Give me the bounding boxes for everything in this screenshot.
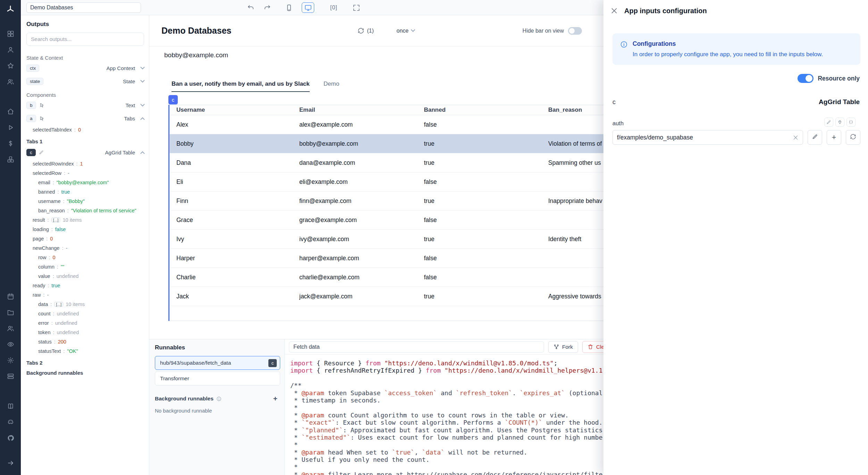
output-column[interactable]: column:"" (26, 262, 144, 271)
resource-path-input[interactable]: f/examples/demo_supabase (612, 130, 803, 145)
chevron-down-icon[interactable] (140, 102, 145, 107)
table-row[interactable]: Gracegrace@example.comfalse (170, 211, 603, 230)
hide-bar-toggle[interactable] (568, 27, 582, 35)
grid-icon[interactable] (0, 26, 21, 42)
expand-icon[interactable] (353, 4, 360, 11)
resource-only-toggle[interactable] (798, 74, 813, 83)
column-header[interactable]: Username (170, 107, 299, 113)
output-ready[interactable]: ready:true (26, 281, 144, 290)
chevron-up-icon[interactable] (140, 151, 145, 155)
output-banned[interactable]: banned:true (26, 187, 144, 196)
runnable-item[interactable]: hub/943/supabase/fetch_datac (155, 356, 280, 370)
user-icon[interactable] (0, 42, 21, 58)
add-resource-button[interactable]: + (827, 130, 841, 145)
output-raw[interactable]: raw:- (26, 290, 144, 299)
table-row[interactable]: Jackjack@example.comtrueAggressive towar… (170, 287, 603, 306)
output-error[interactable]: error:undefined (26, 318, 144, 328)
chevron-down-icon[interactable] (140, 65, 145, 69)
output-row-state[interactable]: stateState (26, 75, 144, 88)
star-icon[interactable] (0, 58, 21, 74)
eye-icon[interactable] (0, 336, 21, 352)
output-statusText[interactable]: statusText:"OK" (26, 346, 144, 356)
discord-icon[interactable] (0, 414, 21, 430)
chevron-up-icon[interactable] (140, 117, 145, 121)
edit-resource-icon[interactable] (824, 118, 833, 127)
clear-input-icon[interactable] (793, 135, 799, 141)
output-selectedRowIndex[interactable]: selectedRowIndex:1 (26, 159, 144, 168)
table-row[interactable]: Alexalex@example.comfalse (170, 115, 603, 134)
output-loading[interactable]: loading:false (26, 224, 144, 234)
expand-sidebar-icon[interactable] (0, 455, 21, 471)
code-braces-icon[interactable] (846, 118, 856, 127)
table-row[interactable]: Harperharper@example.comfalse (170, 249, 603, 268)
output-count[interactable]: count:undefined (26, 309, 144, 318)
home-icon[interactable] (0, 103, 21, 119)
refresh-app-button[interactable]: (1) (358, 27, 374, 34)
canvas-tab-0[interactable]: Ban a user, notify them by email, and us… (172, 80, 310, 92)
output-row-a[interactable]: aTabs (26, 112, 144, 125)
text-component[interactable]: bobby@example.com (164, 51, 228, 59)
output-result[interactable]: result:[...]10 items (26, 215, 144, 224)
output-status[interactable]: status:200 (26, 337, 144, 346)
canvas-tab-1[interactable]: Demo (324, 80, 339, 92)
table-row[interactable]: Ivyivy@example.comtrueIdentity theft (170, 230, 603, 249)
redo-icon[interactable] (264, 4, 271, 11)
output-row-ctx[interactable]: ctxApp Context (26, 61, 144, 75)
table-row[interactable]: Elieli@example.comfalse (170, 172, 603, 192)
output-page[interactable]: page:0 (26, 234, 144, 243)
plug-icon[interactable] (835, 118, 844, 127)
folder-icon[interactable] (0, 304, 21, 320)
output-value[interactable]: value:undefined (26, 271, 144, 281)
column-header[interactable]: Email (299, 107, 424, 113)
column-header[interactable]: Ban_reason (548, 107, 603, 113)
app-canvas[interactable]: bobby@example.com Ban a user, notify the… (149, 46, 603, 339)
search-outputs-input[interactable] (26, 33, 144, 46)
column-header[interactable]: Banned (424, 107, 548, 113)
schedule-dropdown[interactable]: once (397, 28, 415, 34)
output-username[interactable]: username:"Bobby" (26, 196, 144, 206)
close-drawer-icon[interactable] (610, 7, 618, 15)
edit-component-icon[interactable] (39, 150, 44, 155)
output-email[interactable]: email:"bobby@example.com" (26, 178, 144, 187)
users-icon[interactable] (0, 74, 21, 90)
gear-icon[interactable] (0, 352, 21, 368)
output-newChange[interactable]: newChange:- (26, 243, 144, 253)
undo-icon[interactable] (247, 4, 254, 11)
add-background-runnable-button[interactable]: + (270, 395, 280, 403)
edit-resource-button[interactable] (808, 130, 822, 145)
dollar-icon[interactable] (0, 135, 21, 151)
table-row[interactable]: Charliecharlie@example.comfalse (170, 268, 603, 287)
tabs2-header[interactable]: Tabs 2 (26, 360, 144, 366)
desktop-view-button[interactable] (302, 2, 314, 13)
output-ban_reason[interactable]: ban_reason:"Violation of terms of servic… (26, 206, 144, 215)
table-row[interactable]: Danadana@example.comtrueSpamming other u… (170, 153, 603, 172)
book-icon[interactable] (0, 398, 21, 414)
table-row[interactable]: Finnfinn@example.comtrueInappropriate be… (170, 192, 603, 211)
github-icon[interactable] (0, 430, 21, 446)
boxes-icon[interactable] (0, 151, 21, 167)
selected-table-component[interactable]: c UsernameEmailBannedBan_reasonAlexalex@… (169, 105, 603, 321)
clear-script-button[interactable]: Clear (582, 341, 603, 353)
runnable-item[interactable]: Transformer (155, 372, 280, 385)
calendar-icon[interactable] (0, 288, 21, 304)
grid-component-row[interactable]: c AgGrid Table (26, 146, 144, 159)
chevron-down-icon[interactable] (140, 78, 145, 83)
fork-button[interactable]: Fork (548, 341, 578, 353)
background-runnables-header[interactable]: Background runnables (26, 370, 144, 376)
server-icon[interactable] (0, 368, 21, 384)
mobile-view-icon[interactable] (285, 4, 293, 11)
refresh-resource-button[interactable] (846, 130, 860, 145)
output-selectedRow[interactable]: selectedRow:- (26, 168, 144, 178)
windmill-logo-icon[interactable] (0, 0, 21, 19)
script-name-input[interactable]: Fetch data (289, 341, 544, 353)
play-icon[interactable] (0, 119, 21, 135)
table-row[interactable]: Bobbybobby@example.comtrueViolation of t… (170, 134, 603, 153)
code-editor[interactable]: import { Resource } from "https://deno.l… (285, 355, 603, 475)
app-title-input[interactable] (26, 2, 141, 13)
debug-runs-button[interactable]: [0] (330, 5, 337, 11)
output-selectedTabIndex[interactable]: selectedTabIndex:0 (26, 125, 144, 134)
output-token[interactable]: token:undefined (26, 328, 144, 337)
output-data[interactable]: data:[...]10 items (26, 299, 144, 309)
groups-icon[interactable] (0, 320, 21, 336)
output-row[interactable]: row:0 (26, 253, 144, 262)
